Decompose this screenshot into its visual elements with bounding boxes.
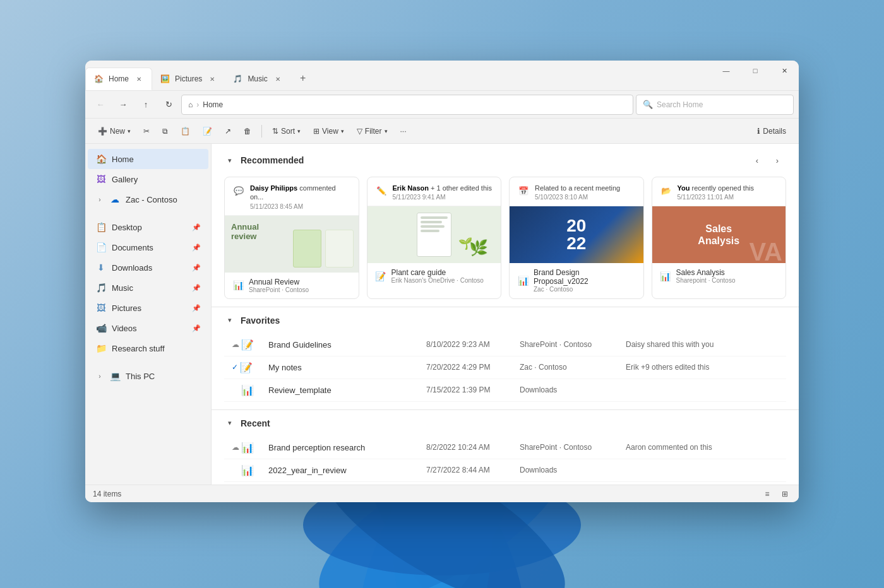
file-row-review-template[interactable]: 📊 Review_template 7/15/2022 1:39 PM Down… [224, 379, 786, 402]
rec-card-brand[interactable]: 📅 Related to a recent meeting 5/10/2023 … [509, 177, 644, 299]
home-path-icon: ⌂ [188, 100, 193, 109]
back-button[interactable]: ← [90, 95, 110, 115]
file-row-brand-guidelines[interactable]: ☁ 📝 Brand Guidelines 8/10/2022 9:23 AM S… [224, 334, 786, 356]
rec-card-annual-action: Daisy Philipps commented on... [250, 184, 351, 202]
sidebar-item-gallery[interactable]: 🖼 Gallery [88, 169, 208, 189]
tab-pictures-close[interactable]: ✕ [207, 74, 217, 84]
rec-card-annual[interactable]: 💬 Daisy Philipps commented on... 5/11/20… [224, 177, 359, 299]
sort-chevron: ▾ [297, 128, 301, 134]
file-row-brand-perception[interactable]: ☁ 📊 Brand perception research 8/2/2022 1… [224, 437, 786, 459]
new-tab-button[interactable]: + [293, 68, 313, 88]
favorites-header: ▾ Favorites [224, 315, 786, 326]
rec-card-brand-footer: 📊 Brand Design Proposal_v2022 Zac · Cont… [510, 263, 643, 298]
sidebar-item-documents[interactable]: 📄 Documents 📌 [88, 237, 208, 257]
tab-music-label: Music [248, 74, 267, 83]
music-icon: 🎵 [95, 282, 107, 293]
sidebar-item-pictures[interactable]: 🖼 Pictures 📌 [88, 298, 208, 318]
rec-card-plant[interactable]: ✏️ Erik Nason + 1 other edited this 5/11… [367, 177, 502, 299]
brand-guidelines-type-icon: 📝 [241, 339, 254, 351]
more-button[interactable]: ··· [395, 122, 412, 141]
sidebar-item-desktop[interactable]: 📋 Desktop 📌 [88, 217, 208, 237]
sort-button[interactable]: ⇅ Sort ▾ [267, 122, 306, 141]
review-template-name: Review_template [268, 385, 421, 395]
sidebar-item-videos[interactable]: 📹 Videos 📌 [88, 318, 208, 338]
brand-perception-date: 8/2/2022 10:24 AM [426, 443, 515, 452]
pictures-tab-icon: 🖼️ [160, 74, 170, 84]
delete-button[interactable]: 🗑 [239, 122, 256, 141]
tab-pictures[interactable]: 🖼️ Pictures ✕ [152, 68, 225, 90]
recommended-prev-button[interactable]: ‹ [748, 151, 766, 169]
rec-card-brand-action: Related to a recent meeting [535, 184, 636, 192]
sales-file-info: Sales Analysis Sharepoint · Contoso [676, 268, 779, 284]
view-button[interactable]: ⊞ View ▾ [308, 122, 349, 141]
recent-toggle[interactable]: ▾ [224, 418, 236, 429]
cut-button[interactable]: ✂ [138, 122, 155, 141]
refresh-button[interactable]: ↻ [158, 95, 179, 115]
minimize-button[interactable]: — [712, 61, 741, 81]
file-row-year-review[interactable]: 📊 2022_year_in_review 7/27/2022 8:44 AM … [224, 459, 786, 482]
rename-button[interactable]: 📝 [198, 122, 217, 141]
tab-music[interactable]: 🎵 Music ✕ [225, 68, 290, 90]
path-bar[interactable]: ⌂ › Home [181, 95, 633, 115]
recommended-section: ▾ Recommended ‹ › 💬 Dais [212, 144, 799, 307]
rec-card-sales[interactable]: 📂 You recently opened this 5/11/2023 11:… [652, 177, 787, 299]
maximize-button[interactable]: □ [741, 61, 770, 81]
tab-home-close[interactable]: ✕ [134, 74, 144, 84]
recommended-next-button[interactable]: › [768, 151, 786, 169]
year-review-date: 7/27/2022 8:44 AM [426, 466, 515, 474]
rec-card-plant-action: Erik Nason + 1 other edited this [393, 184, 494, 192]
favorites-toggle[interactable]: ▾ [224, 315, 236, 326]
share-button[interactable]: ↗ [220, 122, 236, 141]
grid-view-button[interactable]: ⊞ [779, 488, 791, 500]
desktop-icon: 📋 [95, 221, 107, 233]
brand-guidelines-cloud-icon: ☁ [232, 340, 239, 349]
sidebar-item-downloads[interactable]: ⬇ Downloads 📌 [88, 257, 208, 278]
current-path: Home [203, 100, 223, 109]
filter-button[interactable]: ▽ Filter ▾ [352, 122, 393, 141]
address-bar: ← → ↑ ↻ ⌂ › Home 🔍 Search Home [85, 91, 799, 119]
copy-button[interactable]: ⧉ [157, 122, 173, 141]
annual-location: SharePoint · Contoso [249, 286, 351, 293]
paste-button[interactable]: 📋 [176, 122, 195, 141]
details-button[interactable]: ℹ Details [752, 122, 791, 141]
sidebar-music-label: Music [112, 283, 133, 293]
sidebar-item-home[interactable]: 🏠 Home [88, 149, 208, 169]
brand-location: Zac · Contoso [534, 286, 636, 293]
rec-card-brand-header: 📅 Related to a recent meeting 5/10/2023 … [510, 177, 643, 206]
rec-card-brand-meta: Related to a recent meeting 5/10/2023 8:… [535, 184, 636, 201]
my-notes-check-icon: ✓ [232, 363, 238, 372]
up-button[interactable]: ↑ [136, 95, 156, 115]
sidebar-item-onedrive[interactable]: › ☁ Zac - Contoso [88, 189, 208, 209]
tab-home[interactable]: 🏠 Home ✕ [85, 68, 152, 90]
sidebar-item-music[interactable]: 🎵 Music 📌 [88, 278, 208, 298]
toolbar-separator-1 [261, 125, 262, 138]
annual-file-type-icon: 📊 [232, 279, 244, 291]
recommended-toggle[interactable]: ▾ [224, 155, 236, 166]
rec-card-brand-thumbnail: 2022 [510, 206, 643, 263]
brand-perception-icons: ☁ 📊 [232, 442, 263, 454]
filter-chevron: ▾ [385, 128, 388, 134]
close-button[interactable]: ✕ [770, 61, 799, 81]
sidebar-item-research[interactable]: 📁 Research stuff [88, 338, 208, 358]
recent-header: ▾ Recent [224, 418, 786, 429]
plant-location: Erik Nason's OneDrive · Contoso [391, 277, 494, 284]
sidebar-item-thispc[interactable]: › 💻 This PC [88, 366, 208, 386]
year-review-icons: 📊 [232, 464, 263, 476]
review-template-location: Downloads [520, 385, 621, 394]
new-button[interactable]: ➕ New ▾ [93, 122, 136, 141]
file-row-my-notes[interactable]: ✓ 📝 My notes 7/20/2022 4:29 PM Zac · Con… [224, 356, 786, 379]
plant-file-info: Plant care guide Erik Nason's OneDrive ·… [391, 268, 494, 284]
brand-guidelines-date: 8/10/2022 9:23 AM [426, 340, 515, 349]
search-box[interactable]: 🔍 Search Home [636, 95, 794, 115]
downloads-icon: ⬇ [95, 262, 107, 273]
rec-card-sales-action-icon: 📂 [660, 184, 672, 197]
view-icon: ⊞ [313, 127, 320, 136]
sort-icon: ⇅ [272, 127, 278, 136]
tab-music-close[interactable]: ✕ [273, 74, 283, 84]
year-review-location: Downloads [520, 466, 621, 474]
view-label: View [322, 127, 338, 136]
annual-filename: Annual Review [249, 278, 351, 286]
content-area: ▾ Recommended ‹ › 💬 Dais [212, 144, 799, 485]
forward-button[interactable]: → [113, 95, 133, 115]
list-view-button[interactable]: ≡ [761, 488, 774, 500]
